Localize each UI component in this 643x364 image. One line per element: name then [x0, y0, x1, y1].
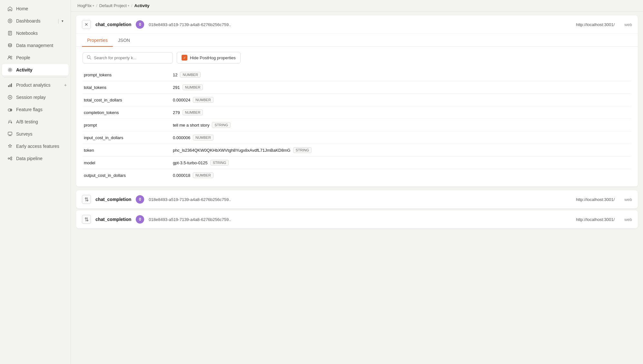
collapse-button[interactable]: ✕: [82, 20, 91, 29]
breadcrumb-project[interactable]: HogFlix ▾: [77, 3, 94, 8]
property-row: model gpt-3.5-turbo-0125 STRING: [83, 157, 631, 169]
sidebar-item-label: A/B testing: [16, 119, 38, 124]
property-value-text: 0.000006: [173, 135, 190, 140]
chevron-down-icon[interactable]: ▾: [62, 19, 64, 23]
sidebar-item-session-replay[interactable]: Session replay: [2, 91, 69, 103]
expand-button[interactable]: ⇅: [82, 215, 91, 224]
svg-point-10: [8, 68, 12, 72]
sidebar-item-people[interactable]: People: [2, 52, 69, 63]
collapsed-event-header: ⇅ chat_completion 0 018e8493-a519-7139-a…: [76, 210, 638, 228]
dashboards-icon: [7, 18, 13, 24]
activity-icon: [7, 67, 13, 73]
tab-json[interactable]: JSON: [113, 34, 135, 47]
property-value-text: 0.000024: [173, 98, 190, 102]
property-type-badge: NUMBER: [193, 135, 213, 140]
search-box[interactable]: [83, 52, 173, 63]
svg-point-19: [8, 158, 9, 159]
sidebar-item-label: Notebooks: [16, 31, 38, 36]
sidebar-item-home[interactable]: Home: [2, 3, 69, 14]
event-url: http://localhost:3001/: [576, 22, 615, 27]
sidebar-item-product-analytics[interactable]: Product analytics: [2, 79, 62, 91]
sidebar-item-data-management[interactable]: Data management: [2, 40, 69, 51]
property-value-text: 279: [173, 110, 180, 115]
checkbox-checked: ✓: [182, 55, 187, 61]
property-key: input_cost_in_dollars: [84, 135, 168, 140]
sidebar-item-label: People: [16, 55, 30, 60]
main-content: HogFlix ▾ / Default Project ▾ / Activity…: [71, 0, 643, 364]
property-value: 0.000018 NUMBER: [173, 172, 630, 178]
sidebar-item-ab-testing[interactable]: A/B testing: [2, 116, 69, 128]
sidebar-item-label: Data management: [16, 43, 53, 48]
add-analytics-button[interactable]: +: [62, 81, 69, 89]
sidebar-item-label: Home: [16, 6, 28, 11]
ab-testing-icon: [7, 119, 13, 125]
data-pipeline-icon: [7, 156, 13, 161]
sidebar-item-dashboards[interactable]: Dashboards | ▾: [2, 15, 69, 27]
breadcrumb-current: Activity: [134, 3, 150, 8]
svg-rect-12: [10, 84, 11, 87]
property-value: 0.000006 NUMBER: [173, 135, 630, 140]
event-id: 018e8493-a519-7139-a4a8-6276b256c759..: [149, 22, 571, 27]
product-analytics-icon: [7, 82, 13, 88]
property-row: input_cost_in_dollars 0.000006 NUMBER: [83, 131, 631, 144]
breadcrumb-project-label: HogFlix: [77, 3, 92, 8]
svg-point-16: [10, 109, 12, 111]
svg-rect-11: [8, 85, 9, 87]
sidebar-item-early-access[interactable]: Early access features: [2, 140, 69, 152]
svg-line-25: [90, 58, 91, 59]
expand-button[interactable]: ⇅: [82, 195, 91, 204]
property-key: total_cost_in_dollars: [84, 98, 168, 102]
sidebar-item-notebooks[interactable]: Notebooks: [2, 27, 69, 39]
property-key: total_tokens: [84, 85, 168, 90]
breadcrumb-section-chevron: ▾: [128, 4, 129, 7]
tabs-bar: Properties JSON: [76, 34, 638, 47]
sidebar-item-data-pipeline[interactable]: Data pipeline: [2, 153, 69, 164]
breadcrumb-sep1: /: [96, 3, 97, 8]
sidebar-item-feature-flags[interactable]: Feature flags: [2, 104, 69, 115]
property-type-badge: NUMBER: [180, 72, 201, 78]
property-row: output_cost_in_dollars 0.000018 NUMBER: [83, 169, 631, 181]
svg-point-21: [11, 159, 12, 160]
sidebar: Home Dashboards | ▾ Notebooks Data manag…: [0, 0, 71, 364]
property-value: 12 NUMBER: [173, 72, 630, 78]
breadcrumb-section-label: Default Project: [99, 3, 127, 8]
event-url: http://localhost:3001/: [576, 197, 615, 202]
property-value-text: tell me a short story: [173, 123, 209, 128]
property-key: prompt: [84, 123, 168, 128]
hide-button-label: Hide PostHog properties: [190, 55, 236, 60]
svg-point-0: [8, 19, 12, 23]
avatar: 0: [136, 20, 144, 29]
property-type-badge: NUMBER: [183, 110, 203, 115]
event-name: chat_completion: [95, 22, 131, 27]
property-key: token: [84, 148, 168, 153]
property-key: completion_tokens: [84, 110, 168, 115]
tab-properties[interactable]: Properties: [82, 34, 113, 47]
property-value-text: phc_ls2364QKW0QKHbXWVtgh8Yugx8xAvdfL71Jm…: [173, 148, 291, 153]
property-value: 0.000024 NUMBER: [173, 97, 630, 103]
sidebar-item-surveys[interactable]: Surveys: [2, 128, 69, 140]
sidebar-item-activity[interactable]: Activity: [2, 64, 69, 76]
surveys-icon: [7, 131, 13, 137]
event-source: web: [624, 217, 632, 222]
property-type-badge: STRING: [212, 122, 231, 128]
product-analytics-row: Product analytics +: [2, 79, 69, 91]
svg-rect-18: [8, 132, 12, 135]
breadcrumb-project-chevron: ▾: [93, 4, 94, 7]
property-row: prompt_tokens 12 NUMBER: [83, 69, 631, 81]
hide-posthog-button[interactable]: ✓ Hide PostHog properties: [177, 52, 241, 63]
people-icon: [7, 55, 13, 61]
svg-line-23: [9, 159, 11, 159]
property-type-badge: NUMBER: [193, 97, 213, 103]
collapsed-event-card: ⇅ chat_completion 0 018e8493-a519-7139-a…: [76, 210, 638, 228]
breadcrumb: HogFlix ▾ / Default Project ▾ / Activity: [71, 0, 643, 12]
breadcrumb-section[interactable]: Default Project ▾: [99, 3, 129, 8]
sidebar-item-label: Surveys: [16, 131, 33, 137]
session-replay-icon: [7, 94, 13, 100]
svg-rect-13: [11, 83, 12, 87]
event-name: chat_completion: [95, 217, 131, 222]
event-url: http://localhost:3001/: [576, 217, 615, 222]
collapsed-event-card: ⇅ chat_completion 0 018e8493-a519-7139-a…: [76, 190, 638, 208]
collapsed-event-header: ⇅ chat_completion 0 018e8493-a519-7139-a…: [76, 190, 638, 208]
event-header: ✕ chat_completion 0 018e8493-a519-7139-a…: [76, 15, 638, 34]
search-input[interactable]: [94, 55, 169, 60]
